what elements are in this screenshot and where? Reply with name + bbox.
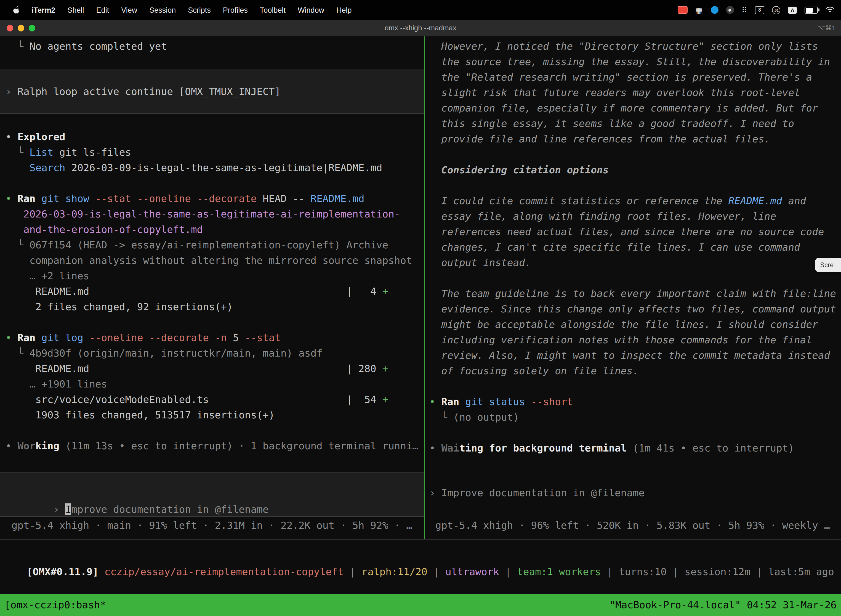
text-segment: --oneline --decorate -n — [89, 332, 227, 343]
text-segment: | — [343, 566, 362, 577]
menu-items: iTerm2ShellEditViewSessionScriptsProfile… — [25, 6, 358, 14]
battery-icon[interactable] — [804, 6, 818, 13]
text-segment: README.md | 4 — [6, 285, 382, 297]
terminal-line: • Ran git show --stat --oneline --decora… — [6, 191, 424, 207]
tmux-session-label: [omx-cczip0:bash* — [4, 594, 106, 616]
tmux-status-bar: [omx-cczip0:bash* "MacBook-Pro-44.local"… — [0, 594, 841, 616]
menu-item-scripts[interactable]: Scripts — [182, 6, 217, 14]
text-segment: including verification notes with those … — [429, 334, 812, 346]
grid-icon[interactable]: ▦ — [695, 6, 703, 14]
terminal-line: └ No agents completed yet — [6, 39, 424, 54]
input-source-icon[interactable]: A — [788, 6, 797, 13]
text-segment: and-the-erosion-of-copyleft.md — [23, 224, 203, 235]
text-segment: Explored — [18, 131, 65, 142]
window-title: omx --xhigh --madmax — [385, 24, 456, 32]
menu-item-edit[interactable]: Edit — [90, 6, 115, 14]
text-segment: changes, I can't cite specific file line… — [429, 241, 800, 253]
terminal-line: changes, I can't cite specific file line… — [429, 239, 841, 255]
terminal: └ No agents completed yet› Ralph loop ac… — [0, 37, 841, 539]
text-segment: 2026-03-09-is-legal-the-same-as-legitima… — [23, 208, 400, 220]
text-segment: • — [6, 131, 18, 142]
text-segment: gpt-5.4 xhigh · 96% left · 520K in · 5.8… — [429, 519, 830, 531]
left-prompt[interactable]: › Improve documentation in @filename — [0, 472, 424, 517]
text-segment: README.md — [728, 195, 782, 207]
terminal-line: └ List git ls-files — [6, 145, 424, 160]
left-pane: └ No agents completed yet› Ralph loop ac… — [0, 37, 424, 539]
text-segment: However, I noticed the "Directory Struct… — [429, 40, 818, 52]
terminal-line: provide file and line references from th… — [429, 131, 841, 147]
text-segment: List — [29, 146, 54, 158]
left-pane-content: └ No agents completed yet› Ralph loop ac… — [0, 37, 424, 454]
terminal-line: this single essay, it seems like a good … — [429, 116, 841, 131]
menu-item-view[interactable]: View — [115, 6, 143, 14]
apple-icon — [12, 6, 20, 14]
dots-grid-icon[interactable]: ⠿ — [741, 6, 747, 14]
record-indicator-icon[interactable] — [677, 6, 687, 14]
text-segment: • — [6, 193, 18, 204]
text-segment — [459, 396, 465, 407]
menu-item-window[interactable]: Window — [292, 6, 330, 14]
text-segment: Wai — [441, 442, 459, 454]
text-segment: cczip/essay/ai-reimplementation-copyleft — [105, 566, 344, 577]
terminal-line: including verification notes with those … — [429, 332, 841, 348]
text-segment: 067f154 (HEAD -> essay/ai-reimplementati… — [29, 239, 388, 251]
text-segment: 1903 files changed, 513517 insertions(+) — [6, 409, 274, 421]
shield-icon[interactable] — [726, 6, 734, 14]
ralph-inject-banner-line: › Ralph loop active continue [OMX_TMUX_I… — [6, 84, 424, 99]
menu-item-help[interactable]: Help — [330, 6, 358, 14]
text-segment: └ — [429, 411, 453, 423]
terminal-line: essay file, along with finding root file… — [429, 209, 841, 224]
terminal-line: and-the-erosion-of-copyleft.md — [6, 222, 424, 238]
text-segment: --short — [531, 396, 573, 407]
text-segment: Wor — [18, 440, 35, 452]
text-segment: output instead. — [429, 257, 531, 268]
terminal-line: src/voice/voiceModeEnabled.ts | 54 + — [6, 392, 424, 407]
battery-charge-level — [806, 7, 813, 12]
text-segment: • — [6, 440, 18, 452]
terminal-line: • Ran git status --short — [429, 394, 841, 409]
menu-item-profiles[interactable]: Profiles — [217, 6, 254, 14]
text-segment: [OMX#0.11.9] — [27, 566, 105, 577]
ralph-inject-banner[interactable]: › Ralph loop active continue [OMX_TMUX_I… — [0, 70, 424, 114]
text-segment — [6, 208, 23, 220]
text-segment — [35, 332, 41, 343]
terminal-line: output instead. — [429, 255, 841, 270]
text-segment: git log — [41, 332, 84, 343]
gauge-icon[interactable]: .61 — [772, 6, 780, 14]
text-segment: | — [428, 566, 445, 577]
text-segment: and — [782, 195, 806, 207]
text-segment: session:12m — [684, 566, 750, 577]
apple-menu[interactable] — [7, 6, 25, 14]
terminal-line: • Waiting for background terminal (1m 41… — [429, 440, 841, 456]
zoom-button[interactable] — [29, 25, 35, 31]
text-segment: › — [429, 487, 441, 499]
text-segment: Ralph loop active continue [OMX_TMUX_INJ… — [18, 85, 281, 97]
text-segment: | — [601, 566, 619, 577]
menu-item-shell[interactable]: Shell — [62, 6, 90, 14]
text-segment — [6, 162, 29, 173]
key-8-icon[interactable]: 8 — [755, 6, 764, 14]
window-titlebar[interactable]: omx --xhigh --madmax ⌥⌘1 — [0, 20, 841, 37]
minimize-button[interactable] — [18, 25, 24, 31]
docker-icon[interactable] — [711, 6, 718, 14]
text-segment: › — [6, 85, 18, 97]
menu-item-toolbelt[interactable]: Toolbelt — [254, 6, 292, 14]
text-segment: | — [667, 566, 684, 577]
text-segment: 2 files changed, 92 insertions(+) — [6, 301, 233, 312]
menu-item-session[interactable]: Session — [143, 6, 182, 14]
screen-edge-tab[interactable]: Scre — [815, 258, 841, 272]
terminal-line: … +1901 lines — [6, 377, 424, 392]
text-segment: └ — [6, 146, 29, 158]
text-segment: ting for background terminal — [459, 442, 627, 454]
text-segment: 5 — [227, 332, 245, 343]
wifi-icon[interactable] — [826, 7, 834, 13]
text-segment — [89, 193, 95, 204]
right-prompt[interactable]: › Improve documentation in @filename — [429, 485, 645, 501]
terminal-line: └ (no output) — [429, 409, 841, 425]
text-segment: └ — [6, 40, 29, 52]
terminal-line: Considering citation options — [429, 162, 841, 178]
text-segment: └ — [6, 347, 29, 359]
menu-item-iterm2[interactable]: iTerm2 — [25, 6, 62, 14]
terminal-line: companion analysis without altering the … — [6, 253, 424, 268]
close-button[interactable] — [7, 25, 13, 31]
